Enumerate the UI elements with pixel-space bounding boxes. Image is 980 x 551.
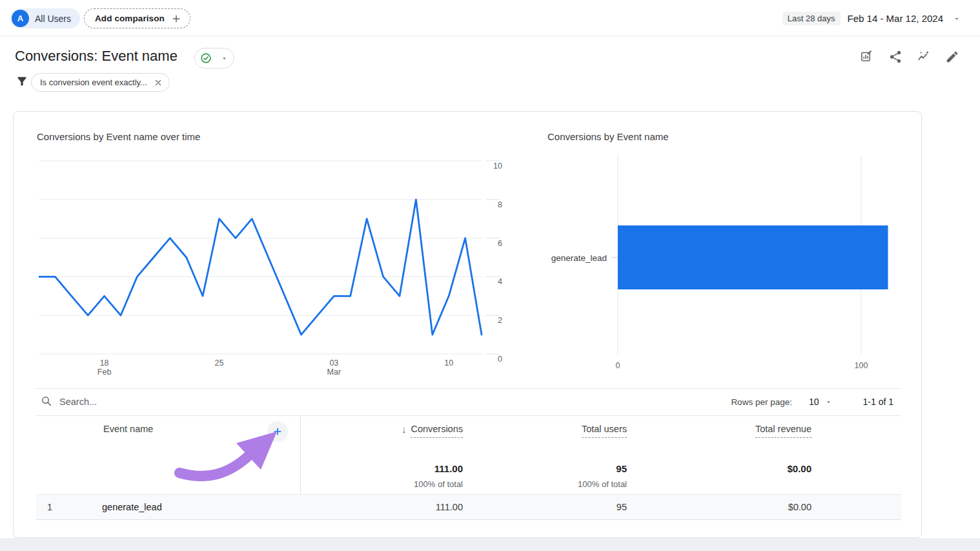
share-button[interactable] xyxy=(888,49,903,65)
close-icon[interactable] xyxy=(154,78,163,87)
date-range-selector[interactable]: Last 28 days Feb 14 - Mar 12, 2024 xyxy=(782,8,961,28)
totals-users-pct: 100% of total xyxy=(578,479,627,489)
total-users-header-label: Total users xyxy=(582,424,627,438)
x-axis-sublabel: Feb xyxy=(97,368,112,377)
add-comparison-button[interactable]: Add comparison xyxy=(84,8,190,28)
x-axis-label: 100 xyxy=(855,361,868,370)
totals-conversions-pct: 100% of total xyxy=(414,479,463,489)
y-axis-label: 6 xyxy=(498,239,502,248)
divider xyxy=(36,388,901,389)
filter-icon xyxy=(15,75,28,88)
all-users-label: All Users xyxy=(35,14,71,24)
page-title: Conversions: Event name xyxy=(15,48,178,65)
segment-all-users-chip[interactable]: A All Users xyxy=(10,8,80,28)
edit-button[interactable] xyxy=(944,49,960,65)
filter-chip-label: Is conversion event exactly... xyxy=(40,78,147,87)
event-name-header-label: Event name xyxy=(103,424,153,434)
y-axis-label: 2 xyxy=(498,316,502,325)
add-secondary-dimension-button[interactable] xyxy=(267,421,288,442)
rows-per-page-label: Rows per page: xyxy=(731,397,792,407)
rows-per-page-select[interactable]: 10 xyxy=(809,397,832,407)
add-comparison-label: Add comparison xyxy=(95,14,165,23)
row-conversions: 111.00 xyxy=(436,494,463,520)
chevron-down-icon xyxy=(953,15,961,23)
y-axis-label: 4 xyxy=(498,277,502,286)
insights-button[interactable] xyxy=(916,49,932,65)
avatar: A xyxy=(12,10,29,27)
column-header-total-revenue[interactable]: Total revenue xyxy=(755,424,812,438)
totals-users: 95 xyxy=(616,463,627,474)
category-label: generate_lead xyxy=(551,253,607,263)
date-range-label: Feb 14 - Mar 12, 2024 xyxy=(848,13,943,24)
plus-icon xyxy=(170,13,182,25)
totals-conversions: 111.00 xyxy=(434,463,463,474)
check-circle-icon xyxy=(199,52,212,65)
conversions-over-time-chart[interactable]: 108642018Feb2503Mar10 xyxy=(39,155,505,381)
x-axis-label: 03 xyxy=(329,359,338,368)
chevron-down-icon xyxy=(825,399,832,406)
search-input[interactable] xyxy=(59,392,473,411)
y-axis-label: 8 xyxy=(498,200,502,209)
row-event-name: generate_lead xyxy=(102,494,162,520)
table-row xyxy=(36,494,901,520)
x-axis-sublabel: Mar xyxy=(327,368,342,377)
y-axis-label: 0 xyxy=(498,355,502,364)
bar-chart-title: Conversions by Event name xyxy=(547,131,669,142)
plus-icon xyxy=(272,426,283,437)
report-toolbar xyxy=(859,49,960,65)
column-header-conversions[interactable]: Conversions xyxy=(402,424,463,438)
x-axis-label: 18 xyxy=(100,359,109,368)
page-bottom-strip xyxy=(0,538,980,551)
conversions-by-event-bar-chart[interactable]: 0100generate_lead xyxy=(536,154,917,377)
column-header-event-name[interactable]: Event name xyxy=(103,424,153,434)
conversions-header-label: Conversions xyxy=(411,424,463,438)
search-icon xyxy=(41,395,53,408)
x-axis-label: 0 xyxy=(616,361,620,370)
topbar: A All Users Add comparison Last 28 days … xyxy=(0,0,980,36)
filter-chip[interactable]: Is conversion event exactly... xyxy=(31,73,170,92)
row-users: 95 xyxy=(617,494,627,520)
row-revenue: $0.00 xyxy=(788,494,812,520)
line-chart-title: Conversions by Event name over time xyxy=(37,131,200,142)
pagination-range: 1-1 of 1 xyxy=(863,397,893,407)
customize-report-button[interactable] xyxy=(859,49,875,65)
sort-descending-icon xyxy=(402,424,407,435)
conversions-line-series xyxy=(39,200,482,335)
generate-lead-bar xyxy=(618,225,888,289)
x-axis-label: 25 xyxy=(215,359,224,368)
divider xyxy=(36,415,901,416)
x-axis-label: 10 xyxy=(444,359,453,368)
row-index: 1 xyxy=(47,494,52,520)
rows-per-page-value: 10 xyxy=(809,397,819,407)
total-revenue-header-label: Total revenue xyxy=(755,424,812,438)
ga4-report-screen: A All Users Add comparison Last 28 days … xyxy=(0,0,980,551)
report-status-dropdown[interactable] xyxy=(194,48,234,68)
y-axis-label: 10 xyxy=(493,161,502,171)
totals-revenue: $0.00 xyxy=(787,463,812,474)
date-preset-badge: Last 28 days xyxy=(782,12,841,25)
pagination-controls: Rows per page: 10 1-1 of 1 xyxy=(731,393,893,410)
column-header-total-users[interactable]: Total users xyxy=(582,424,627,438)
chevron-down-icon xyxy=(221,55,228,62)
